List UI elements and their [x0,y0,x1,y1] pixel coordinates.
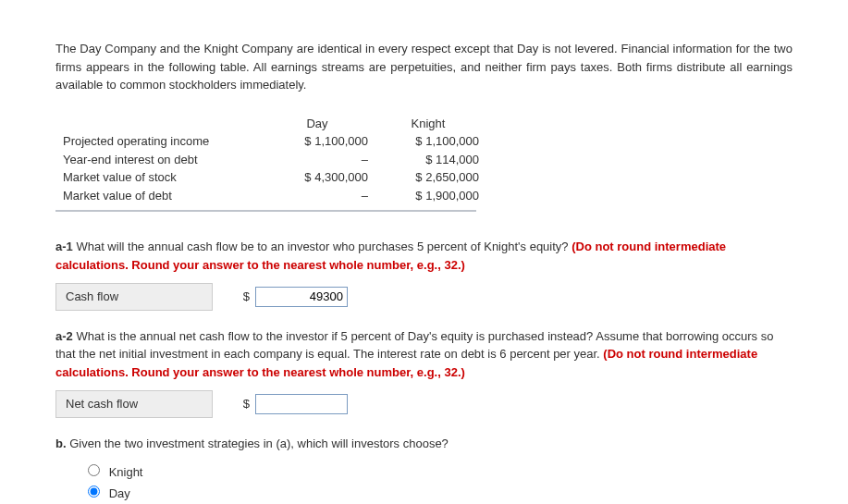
cell-day: – [266,187,377,205]
cell-knight: $ 1,900,000 [377,187,488,205]
row-label: Market value of stock [55,168,266,187]
table-row: Year-end interest on debt – $ 114,000 [55,151,488,169]
cell-day: $ 1,100,000 [266,132,377,151]
financial-table: Day Knight Projected operating income $ … [55,115,488,205]
currency-symbol: $ [213,395,255,413]
question-a1: a-1 What will the annual cash flow be to… [55,238,793,311]
cell-day: $ 4,300,000 [266,168,377,187]
cashflow-input[interactable] [255,287,348,307]
radio-label: Knight [109,465,143,479]
row-label: Market value of debt [55,187,266,205]
question-number: a-1 [55,240,73,253]
radio-option-knight[interactable]: Knight [83,461,793,483]
question-text: Given the two investment strategies in (… [67,436,449,450]
table-row: Market value of stock $ 4,300,000 $ 2,65… [55,168,488,187]
cell-knight: $ 2,650,000 [377,168,488,187]
radio-option-day[interactable]: Day [83,483,793,504]
question-number: b. [55,436,67,450]
table-row: Market value of debt – $ 1,900,000 [55,187,488,205]
row-label: Projected operating income [55,132,266,151]
netcashflow-input[interactable] [255,394,348,414]
col-header-knight: Knight [377,115,488,133]
radio-day[interactable] [88,486,100,498]
cell-knight: $ 1,100,000 [377,132,488,151]
radio-label: Day [109,486,130,500]
question-a2: a-2 What is the annual net cash flow to … [55,327,793,418]
answer-label-netcashflow: Net cash flow [55,390,213,418]
table-divider [55,210,476,212]
intro-paragraph: The Day Company and the Knight Company a… [55,40,793,94]
question-text: What will the annual cash flow be to an … [73,240,571,253]
answer-label-cashflow: Cash flow [55,283,213,311]
table-row: Projected operating income $ 1,100,000 $… [55,132,488,151]
row-label: Year-end interest on debt [55,151,266,169]
question-b: b. Given the two investment strategies i… [55,435,793,504]
question-number: a-2 [55,329,73,343]
col-header-day: Day [266,115,377,133]
currency-symbol: $ [213,288,255,306]
radio-knight[interactable] [88,464,100,476]
cell-day: – [266,151,377,169]
cell-knight: $ 114,000 [377,151,488,169]
